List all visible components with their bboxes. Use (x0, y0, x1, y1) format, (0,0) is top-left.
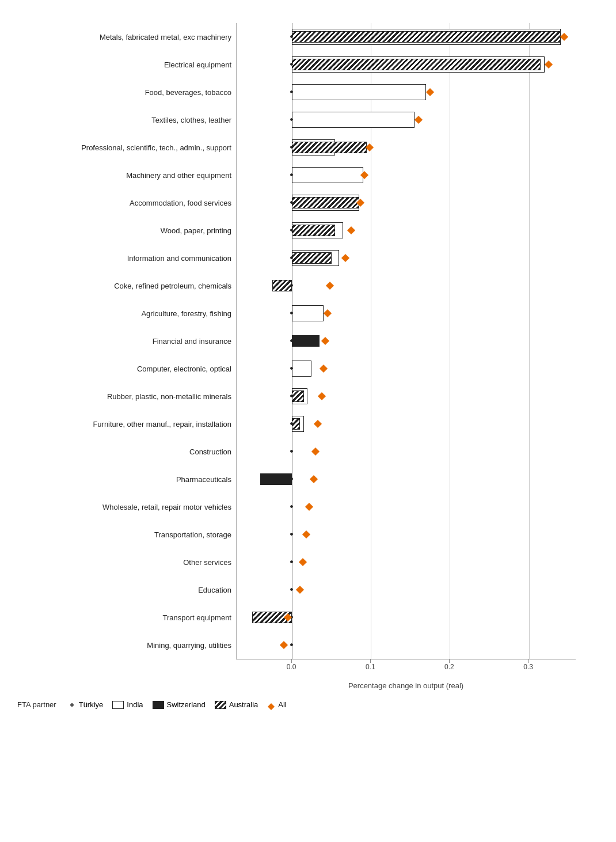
diamond-shape (310, 475, 318, 483)
bar-australia-bar (292, 142, 367, 153)
bar-row-4 (237, 134, 576, 161)
diamond-shape (305, 503, 313, 511)
all-diamond-6 (356, 199, 364, 207)
x-tick-1: 0.1 (366, 663, 375, 671)
all-diamond-0 (560, 33, 568, 41)
row-label-19: Other services (17, 548, 236, 576)
turkey-dot-0 (290, 35, 293, 38)
bar-row-7 (237, 217, 576, 244)
bar-switzerland-bar (260, 473, 292, 485)
x-axis-title: Percentage change in output (real) (236, 681, 576, 690)
turkey-dot-18 (290, 533, 293, 536)
all-diamond-5 (360, 171, 368, 179)
all-diamond-15 (311, 447, 320, 456)
all-diamond-17 (305, 503, 313, 511)
all-diamond-10 (324, 309, 332, 317)
bar-row-2 (237, 78, 576, 106)
x-tick-3: 0.3 (523, 663, 533, 671)
row-label-0: Metals, fabricated metal, exc machinery (17, 23, 236, 51)
turkey-dot-13 (290, 395, 293, 397)
turkey-dot-12 (290, 367, 293, 370)
diamond-shape (320, 365, 328, 373)
row-label-7: Wood, paper, printing (17, 217, 236, 244)
all-diamond-18 (302, 530, 310, 538)
all-diamond-14 (314, 420, 322, 428)
turkey-dot-14 (290, 422, 293, 425)
row-label-10: Agriculture, forestry, fishing (17, 299, 236, 327)
diamond-shape (360, 171, 368, 179)
row-label-20: Education (17, 576, 236, 604)
bar-row-3 (237, 106, 576, 134)
bar-row-1 (237, 51, 576, 78)
switzerland-box-icon (153, 701, 164, 709)
x-tick-0: 0.0 (287, 663, 296, 671)
x-axis: 0.00.10.20.3 (236, 659, 576, 679)
bar-row-6 (237, 189, 576, 217)
legend-label-australia: Australia (229, 700, 258, 709)
bar-australia-bar (292, 31, 561, 43)
row-label-22: Mining, quarrying, utilities (17, 631, 236, 659)
all-diamond-3 (415, 116, 423, 124)
bar-australia-bar (292, 197, 359, 208)
bar-row-0 (237, 23, 576, 51)
labels-column: Metals, fabricated metal, exc machineryE… (17, 23, 236, 659)
row-label-3: Textiles, clothes, leather (17, 106, 236, 134)
legend-label-india: India (127, 700, 143, 709)
bar-australia-bar (292, 225, 335, 236)
bar-row-17 (237, 493, 576, 521)
bar-india-bar (292, 112, 415, 128)
bar-row-22 (237, 631, 576, 659)
legend-item-turkey: Türkiye (68, 700, 104, 709)
row-label-13: Rubber, plastic, non-metallic minerals (17, 382, 236, 410)
legend: FTA partner Türkiye India Switzerland Au… (17, 700, 599, 709)
diamond-shape (347, 226, 355, 234)
row-label-11: Financial and insurance (17, 327, 236, 355)
bar-india-bar (292, 167, 363, 183)
bar-row-11 (237, 327, 576, 355)
tick-mark-2 (449, 659, 450, 663)
legend-item-india: India (112, 700, 143, 709)
all-diamond-1 (545, 60, 553, 69)
row-label-6: Accommodation, food services (17, 189, 236, 217)
australia-box-icon (215, 701, 226, 709)
bar-india-bar (292, 361, 311, 377)
bar-row-16 (237, 465, 576, 493)
bar-australia-bar (292, 418, 300, 430)
diamond-shape (302, 530, 310, 538)
diamond-shape (321, 337, 329, 345)
bar-row-13 (237, 382, 576, 410)
diamond-shape (324, 309, 332, 317)
all-diamond-4 (366, 143, 374, 151)
legend-title: FTA partner (17, 700, 56, 709)
all-diamond-13 (318, 392, 326, 400)
legend-item-australia: Australia (215, 700, 258, 709)
chart-container: Metals, fabricated metal, exc machineryE… (12, 12, 604, 720)
tick-mark-3 (528, 659, 529, 663)
bar-row-5 (237, 161, 576, 189)
turkey-dot-22 (290, 643, 293, 646)
all-diamond-22 (280, 641, 288, 649)
tick-mark-1 (370, 659, 371, 663)
diamond-shape (280, 641, 288, 649)
legend-item-switzerland: Switzerland (153, 700, 206, 709)
bar-row-14 (237, 410, 576, 438)
diamond-shape (326, 282, 334, 290)
turkey-dot-5 (290, 173, 293, 176)
row-label-15: Construction (17, 438, 236, 465)
diamond-shape (284, 613, 292, 621)
bar-switzerland-bar (292, 335, 320, 347)
bar-row-21 (237, 604, 576, 631)
all-diamond-9 (326, 282, 334, 290)
diamond-shape (365, 143, 373, 151)
turkey-dot-17 (290, 505, 293, 508)
row-label-2: Food, beverages, tobacco (17, 78, 236, 106)
turkey-dot-3 (290, 118, 293, 121)
diamond-shape (296, 586, 304, 594)
bar-australia-bar (292, 252, 332, 264)
bar-australia-bar (292, 59, 541, 70)
row-label-5: Machinery and other equipment (17, 161, 236, 189)
diamond-shape (299, 558, 307, 566)
legend-item-all: All (267, 700, 286, 709)
turkey-dot-4 (290, 146, 293, 149)
bar-row-10 (237, 299, 576, 327)
